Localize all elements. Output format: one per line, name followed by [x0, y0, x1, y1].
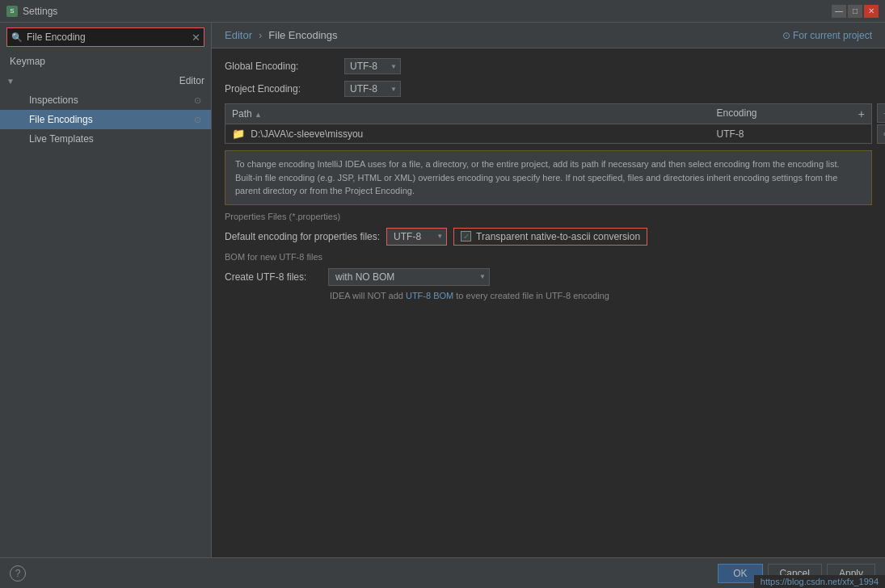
default-encoding-label: Default encoding for properties files:: [225, 231, 380, 242]
col-path-header: Path ▲: [225, 104, 710, 124]
sidebar-item-inspections[interactable]: Inspections ⊙: [0, 90, 211, 110]
project-encoding-label: Project Encoding:: [225, 83, 338, 94]
help-button[interactable]: ?: [10, 565, 26, 582]
file-table-header: Path ▲ Encoding +: [225, 104, 872, 124]
inspections-action-icon: ⊙: [194, 95, 201, 106]
global-encoding-row: Global Encoding: UTF-8: [225, 58, 872, 74]
info-box: To change encoding IntelliJ IDEA uses fo…: [225, 150, 872, 205]
breadcrumb-separator: ›: [259, 29, 262, 41]
file-table: Path ▲ Encoding + 📁: [225, 103, 872, 144]
search-box: 🔍 ✕: [6, 27, 204, 47]
sidebar-item-keymap[interactable]: Keymap: [0, 52, 211, 71]
app-icon: S: [6, 6, 18, 17]
col-encoding-header: Encoding +: [710, 104, 872, 124]
sidebar-item-live-templates[interactable]: Live Templates: [0, 129, 211, 149]
folder-icon: 📁: [232, 128, 245, 140]
sidebar-item-file-encodings[interactable]: File Encodings ⊙: [0, 110, 211, 129]
bottom-bar: ? OK Cancel Apply: [0, 557, 885, 588]
table-cell-encoding: UTF-8: [710, 124, 872, 144]
global-encoding-label: Global Encoding:: [225, 61, 338, 72]
add-row-button[interactable]: +: [858, 107, 865, 120]
content-inner: Global Encoding: UTF-8 Project Encoding:…: [212, 48, 885, 557]
file-table-body: 📁 D:\JAVA\c-sleeve\missyou UTF-8: [225, 124, 872, 144]
create-utf8-dropdown[interactable]: with NO BOM: [328, 268, 490, 286]
table-area: Path ▲ Encoding + 📁: [225, 103, 872, 144]
info-text: To change encoding IntelliJ IDEA uses fo…: [235, 159, 840, 195]
search-icon: 🔍: [11, 32, 23, 43]
bom-section: BOM for new UTF-8 files Create UTF-8 fil…: [225, 252, 872, 300]
sidebar-editor-label: Editor: [179, 75, 204, 86]
content-header: Editor › File Encodings ⊙ For current pr…: [212, 23, 885, 48]
sidebar-item-editor[interactable]: ▼ Editor: [0, 71, 211, 90]
window-title: Settings: [23, 6, 57, 17]
create-utf8-row: Create UTF-8 files: with NO BOM: [225, 268, 872, 286]
side-buttons: + ✏: [877, 103, 885, 144]
sidebar-file-encodings-label: File Encodings: [29, 114, 93, 125]
title-bar: S Settings — □ ✕: [0, 0, 885, 23]
sidebar-keymap-label: Keymap: [10, 56, 45, 67]
title-controls: — □ ✕: [832, 5, 879, 18]
edit-item-button[interactable]: ✏: [877, 124, 885, 144]
breadcrumb-current: File Encodings: [268, 29, 337, 41]
content-area: Editor › File Encodings ⊙ For current pr…: [212, 23, 885, 557]
minimize-button[interactable]: —: [832, 5, 846, 18]
create-utf8-label: Create UTF-8 files:: [225, 271, 322, 283]
bom-note: IDEA will NOT add UTF-8 BOM to every cre…: [330, 291, 872, 300]
maximize-button[interactable]: □: [848, 5, 862, 18]
breadcrumb-parent[interactable]: Editor: [225, 29, 252, 41]
default-encoding-dropdown[interactable]: UTF-8: [386, 228, 447, 246]
transparent-label: Transparent native-to-ascii conversion: [476, 231, 640, 242]
project-encoding-dropdown[interactable]: UTF-8: [344, 81, 401, 97]
for-project-link[interactable]: ⊙ For current project: [782, 30, 872, 41]
status-bar: https://blog.csdn.net/xfx_1994: [754, 575, 885, 588]
main-container: 🔍 ✕ Keymap ▼ Editor Inspections ⊙ File E…: [0, 23, 885, 557]
transparent-checkbox[interactable]: ✓: [461, 231, 471, 242]
file-encodings-action-icon: ⊙: [194, 115, 201, 125]
transparent-checkbox-wrapper[interactable]: ✓ Transparent native-to-ascii conversion: [453, 228, 647, 246]
table-row[interactable]: 📁 D:\JAVA\c-sleeve\missyou UTF-8: [225, 124, 872, 144]
sidebar-live-templates-label: Live Templates: [29, 133, 94, 145]
bom-section-title: BOM for new UTF-8 files: [225, 252, 872, 262]
search-input[interactable]: [6, 27, 204, 47]
global-encoding-dropdown[interactable]: UTF-8: [344, 58, 401, 74]
properties-section: Properties Files (*.properties) Default …: [225, 212, 872, 246]
bom-note-link[interactable]: UTF-8 BOM: [406, 291, 453, 300]
clear-search-icon[interactable]: ✕: [192, 32, 200, 43]
sidebar: 🔍 ✕ Keymap ▼ Editor Inspections ⊙ File E…: [0, 23, 212, 557]
properties-row: Default encoding for properties files: U…: [225, 228, 872, 246]
add-item-button[interactable]: +: [877, 103, 885, 123]
sidebar-inspections-label: Inspections: [29, 94, 78, 106]
collapse-icon: ▼: [6, 77, 15, 86]
project-encoding-row: Project Encoding: UTF-8: [225, 81, 872, 97]
table-cell-path: 📁 D:\JAVA\c-sleeve\missyou: [225, 124, 710, 144]
status-url: https://blog.csdn.net/xfx_1994: [761, 577, 879, 586]
title-bar-left: S Settings: [6, 6, 57, 17]
close-button[interactable]: ✕: [864, 5, 879, 18]
properties-section-title: Properties Files (*.properties): [225, 212, 872, 221]
